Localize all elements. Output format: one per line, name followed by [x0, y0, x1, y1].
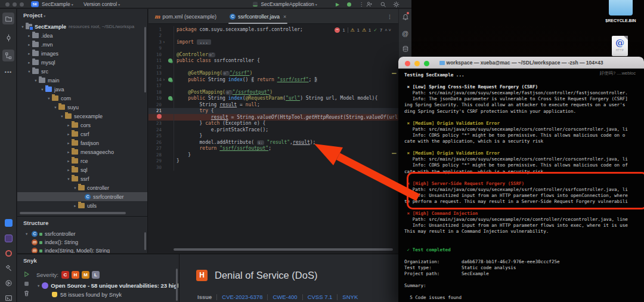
structure-tool-button[interactable] [2, 50, 14, 61]
editor-code-line[interactable]: 18 @PostMapping(⊙ˇ"/ssrfoutput") [148, 89, 398, 95]
issue-meta-link[interactable]: CVE-2023-6378 [222, 294, 262, 300]
editor-code-line[interactable]: 2 [148, 33, 398, 39]
editor-code-line[interactable]: 10@Controller⊙ˇ [148, 51, 398, 58]
project-tree-item[interactable]: ▾main [17, 76, 147, 85]
editor-code-line[interactable]: 17 [148, 83, 398, 90]
tree-chevron-icon[interactable]: ▸ [66, 168, 72, 172]
tree-chevron-icon[interactable]: ▾ [46, 96, 52, 101]
snyk-run-button[interactable] [23, 271, 30, 278]
structure-item[interactable]: mindex(String, Model): String [17, 246, 147, 253]
editor-code-line[interactable]: 30 [148, 164, 398, 171]
project-tree-item[interactable]: ▾suyu [17, 103, 147, 112]
project-hscrollbar[interactable] [20, 212, 126, 214]
tree-chevron-icon[interactable]: ▸ [66, 150, 72, 155]
editor-code-line[interactable]: 26 model.addAttribute( s: "result",resul… [148, 139, 398, 146]
plugin-purple-icon[interactable] [2, 232, 14, 244]
structure-item[interactable]: ▾Cssrfcontroller [17, 230, 147, 238]
recycle-bin-icon[interactable] [609, 0, 633, 16]
project-panel-header[interactable]: Project▾ [17, 9, 147, 22]
tree-chevron-icon[interactable]: ▸ [66, 141, 72, 146]
inspections-widget[interactable]: − 1 ⚠ 1 ⚠ 1 ✓ 7 ˄ ˅ [335, 27, 391, 33]
editor-code-line[interactable]: 27 return "ssrf/ssrfoutput"; [148, 146, 398, 152]
editor-code-line[interactable]: 23 } catch (Exception e) { [148, 121, 398, 127]
notifications-bell-icon[interactable] [401, 12, 410, 21]
editor-code-line[interactable]: 20 String result = null; [148, 101, 398, 108]
project-tree-item[interactable]: ▾controller [17, 183, 147, 192]
services-tool-button[interactable] [2, 277, 14, 289]
issue-meta-link[interactable]: CWE-400 [273, 294, 297, 300]
project-tree-item[interactable]: ▸fastjson [17, 138, 147, 147]
editor-code-line[interactable]: 3›import ... [148, 39, 398, 45]
editor-hscrollbar[interactable] [174, 248, 393, 251]
spring-bean-icon[interactable] [168, 78, 172, 82]
snyk-stop-button[interactable] [23, 281, 30, 287]
tree-chevron-icon[interactable]: ▾ [20, 24, 26, 29]
run-configuration[interactable]: SecExampleApplication▾ [253, 1, 317, 8]
editor-code-line[interactable]: 25 } [148, 133, 398, 140]
run-button[interactable]: ▶ [336, 1, 339, 8]
snyk-vscrollbar[interactable] [176, 269, 178, 301]
project-tree-item[interactable]: ▸cors [17, 121, 147, 130]
project-tree-item[interactable]: ▸.mvn [17, 40, 147, 49]
commit-tool-button[interactable] [2, 32, 14, 44]
project-tool-button[interactable] [2, 13, 14, 24]
editor-code-line[interactable]: 21 try { [148, 108, 398, 115]
severity-badge-l[interactable]: L [92, 271, 100, 279]
tree-chevron-icon[interactable]: ▾ [59, 114, 65, 119]
project-tree-item[interactable]: ▾ssrf [17, 174, 147, 183]
tab-pom-xml[interactable]: m pom.xml (secexample) [150, 9, 221, 24]
severity-badge-h[interactable]: H [72, 271, 79, 279]
structure-item[interactable]: mindex(): String [17, 238, 147, 246]
editor-code-line[interactable]: result = String.valueOf(HttpTool.getHttp… [148, 114, 398, 121]
project-tree-item[interactable]: ▸utils [17, 201, 147, 210]
project-menu[interactable]: SecExample▾ [42, 1, 73, 8]
vcs-menu[interactable]: Version control▾ [83, 1, 120, 8]
project-tree-item[interactable]: ▸mysql [17, 58, 147, 67]
editor-code-line[interactable]: 29} [148, 158, 398, 165]
tree-chevron-icon[interactable]: ▸ [66, 123, 72, 128]
fold-marker[interactable]: › [162, 40, 166, 44]
tree-chevron-icon[interactable]: ▾ [72, 186, 78, 190]
terminal-titlebar[interactable]: workspace — xueba@mac — ~/SDL/workspace … [398, 57, 644, 69]
terminal-window[interactable]: workspace — xueba@mac — ~/SDL/workspace … [398, 57, 644, 302]
tab-ssrfcontroller-java[interactable]: C ssrfcontroller.java × [225, 9, 291, 24]
project-tree-item[interactable]: ▸images [17, 49, 147, 58]
tree-chevron-icon[interactable]: ▸ [66, 159, 72, 164]
structure-panel-header[interactable]: Structure [17, 217, 147, 230]
snyk-trash-button[interactable] [23, 290, 30, 297]
webloc-file-icon[interactable]: @ HTTP [612, 36, 628, 56]
build-hammer-icon[interactable] [2, 262, 14, 274]
breakpoint-icon[interactable] [157, 114, 162, 119]
project-tree-item[interactable]: ▾src [17, 67, 147, 76]
project-tree-item[interactable]: ▸rce [17, 156, 147, 165]
project-tree-item[interactable]: ▾secexample [17, 112, 147, 121]
tree-chevron-icon[interactable]: ▸ [26, 42, 32, 47]
project-vscrollbar[interactable] [144, 27, 146, 93]
editor-code-line[interactable]: 9 [148, 45, 398, 52]
editor-code-line[interactable]: 11public class ssrfcontroller { [148, 58, 398, 64]
tree-chevron-icon[interactable]: ▸ [66, 132, 72, 137]
plugin-red-icon[interactable] [2, 247, 14, 259]
fold-marker[interactable]: › [162, 78, 166, 82]
editor-code-line[interactable]: 12 [148, 64, 398, 70]
plugin-blue-icon[interactable] [2, 217, 14, 229]
tree-chevron-icon[interactable]: ▾ [26, 69, 32, 74]
tabbar-more-icon[interactable]: ⋮ [382, 9, 397, 24]
editor-code-line[interactable]: 14› public String index() { return "ssrf… [148, 76, 398, 83]
spring-bean-icon[interactable] [168, 96, 172, 100]
database-icon[interactable] [401, 44, 410, 53]
debug-button[interactable] [347, 1, 351, 8]
issue-meta-link[interactable]: CVSS 7.1 [308, 294, 333, 300]
tree-chevron-icon[interactable]: ▾ [66, 177, 72, 181]
close-tab-icon[interactable]: × [283, 14, 286, 20]
issue-meta-link[interactable]: SNYK [342, 294, 358, 300]
tree-chevron-icon[interactable]: ▸ [26, 33, 32, 38]
settings-gear-icon[interactable] [393, 1, 400, 8]
project-tree-item[interactable]: ▾com [17, 94, 147, 103]
tree-chevron-icon[interactable]: ▾ [39, 87, 45, 92]
project-tree-item[interactable]: ▸sql [17, 165, 147, 174]
snyk-open-source-row[interactable]: ▾ Open Source - 58 unique vulnerabilitie… [36, 282, 178, 289]
project-tree-item[interactable]: ▸.idea [17, 31, 147, 40]
tree-chevron-icon[interactable]: ▾ [33, 78, 39, 83]
project-tree-item[interactable]: ▾java [17, 85, 147, 94]
